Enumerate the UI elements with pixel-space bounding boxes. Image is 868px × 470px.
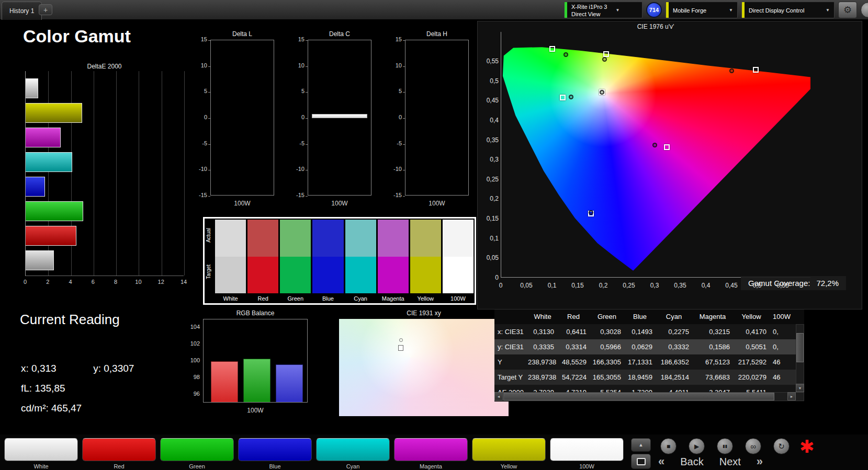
scroll-right-button[interactable]: ►	[787, 392, 796, 400]
y-tick-label: 10	[189, 62, 207, 68]
patch-button-magenta[interactable]	[394, 438, 468, 461]
tick-mark	[403, 66, 405, 67]
h-scroll-thumb[interactable]	[503, 393, 774, 400]
actual-swatch	[247, 220, 278, 257]
x-tick-label: 0,15	[571, 282, 583, 289]
swatch-label: Cyan	[345, 293, 376, 303]
cie1931-diagram: CIE 1931 xy	[335, 309, 513, 423]
table-cell: 0,0629	[624, 339, 656, 354]
actual-label: Actual	[206, 228, 211, 243]
next-button[interactable]: Next	[719, 456, 741, 468]
table-row[interactable]: ΔE 20002,70394,73195,53541,73094,49113,3…	[494, 385, 796, 392]
x-tick-label: 10	[135, 279, 141, 285]
table-header-row: WhiteRedGreenBlueCyanMagentaYellow100W	[494, 309, 796, 324]
y-tick-label: -15	[384, 192, 402, 198]
patch-button-white[interactable]	[4, 438, 78, 461]
y-tick-label: -5	[287, 140, 305, 146]
patch-button-cyan[interactable]	[316, 438, 390, 461]
meter-dropdown[interactable]: X-Rite i1Pro 3 Direct View ▼	[564, 2, 642, 18]
next-chevron-icon[interactable]: »	[757, 455, 763, 468]
history-tab[interactable]: History 1	[2, 2, 42, 20]
table-cell: 4,4911	[656, 385, 692, 392]
chevron-down-icon[interactable]: ▼	[725, 2, 737, 18]
x-axis-label: 100W	[308, 200, 371, 207]
actual-swatch	[280, 220, 311, 257]
patch-button-green[interactable]	[160, 438, 234, 461]
display-mode-button[interactable]	[631, 454, 651, 469]
reading-x: x: 0,313	[21, 363, 57, 374]
chevron-down-icon[interactable]: ▼	[821, 2, 834, 18]
loop-button[interactable]: ∞	[745, 438, 761, 454]
v-scroll-thumb[interactable]	[796, 333, 804, 362]
swatch-label: Green	[280, 293, 311, 303]
table-cell: 46	[770, 370, 796, 385]
column-header-green: Green	[590, 309, 624, 324]
patch-button-red[interactable]	[82, 438, 156, 461]
strip-row-labels: Actual Target	[205, 219, 215, 303]
y-tick-label: 0,4	[478, 117, 499, 124]
tick-mark	[403, 170, 405, 170]
refresh-button[interactable]: ↻	[773, 438, 790, 454]
y-tick-label: 0	[478, 274, 499, 281]
actual-swatch	[312, 220, 343, 257]
table-cell: 0,6411	[557, 324, 590, 339]
table-corner-cell	[494, 309, 528, 324]
pattern-source-dropdown[interactable]: Mobile Forge ▼	[666, 2, 738, 18]
x-tick-label: 8	[114, 279, 117, 285]
pause-button[interactable]: ▮▮	[717, 438, 733, 454]
navigation-row: « Back Next »	[658, 454, 763, 469]
patch-button-100w[interactable]	[550, 438, 624, 461]
column-header-blue: Blue	[624, 309, 656, 324]
scroll-down-button[interactable]: ▼	[796, 384, 804, 392]
meter-name: X-Rite i1Pro 3	[571, 3, 607, 10]
collapse-button[interactable]: ▲	[631, 438, 651, 452]
swatch-label: White	[215, 293, 246, 303]
actual-swatch	[410, 220, 441, 257]
swatch-column-100w: 100W	[443, 220, 474, 303]
back-chevron-icon[interactable]: «	[658, 455, 664, 468]
patch-button-yellow[interactable]	[472, 438, 546, 461]
table-cell	[770, 385, 796, 392]
swatch-columns: WhiteRedGreenBlueCyanMagentaYellow100W	[215, 219, 475, 303]
play-button[interactable]: ▶	[689, 438, 705, 454]
table-row[interactable]: y: CIE310,33350,33140,59660,06290,33320,…	[494, 339, 796, 354]
patch-label: Green	[160, 463, 234, 469]
table-cell: 2,7039	[528, 385, 557, 392]
topbar: History 1 + X-Rite i1Pro 3 Direct View ▼…	[0, 0, 868, 20]
x-tick-label: 2	[46, 279, 49, 285]
column-header-white: White	[528, 309, 557, 324]
chevron-down-icon[interactable]: ▼	[611, 2, 624, 18]
y-tick-label: -15	[287, 192, 305, 198]
y-tick-label: 100	[184, 357, 200, 363]
display-control-dropdown[interactable]: Direct Display Control ▼	[741, 2, 835, 18]
tick-mark	[306, 118, 308, 119]
swatch-column-cyan: Cyan	[345, 220, 376, 303]
swatch-column-green: Green	[280, 220, 311, 303]
stop-button[interactable]: ■	[660, 438, 677, 454]
target-marker	[664, 144, 670, 150]
overflow-button[interactable]	[861, 2, 868, 18]
patch-label: Cyan	[316, 463, 390, 469]
settings-button[interactable]: ⚙	[838, 2, 857, 18]
patch-button-blue[interactable]	[238, 438, 312, 461]
alert-asterisk-icon[interactable]: ✱	[799, 436, 815, 457]
x-tick-label: 12	[158, 279, 164, 285]
add-tab-button[interactable]: +	[39, 4, 52, 15]
x-tick-label: 0,1	[548, 282, 557, 289]
plus-icon: +	[43, 6, 48, 14]
scroll-left-button[interactable]: ◄	[494, 392, 503, 400]
table-cell: 0,	[770, 339, 796, 354]
back-button[interactable]: Back	[680, 456, 703, 468]
x-tick-label: 14	[181, 279, 187, 285]
table-row[interactable]: Y238,973848,5529166,330517,1331186,63526…	[494, 354, 796, 370]
tick-mark	[403, 118, 405, 119]
x-tick-label: 0,35	[674, 282, 686, 289]
tick-mark	[208, 40, 210, 41]
target-marker	[603, 51, 609, 57]
row-label: ΔE 2000	[494, 385, 528, 392]
table-row[interactable]: Target Y238,973854,7224165,305518,945918…	[494, 370, 796, 385]
table-row[interactable]: x: CIE310,31300,64110,30280,14930,22750,…	[494, 324, 796, 339]
meter-count-badge[interactable]: 714	[646, 2, 662, 18]
y-tick-label: 0,3	[478, 156, 499, 163]
x-tick-label: 0	[499, 282, 503, 289]
